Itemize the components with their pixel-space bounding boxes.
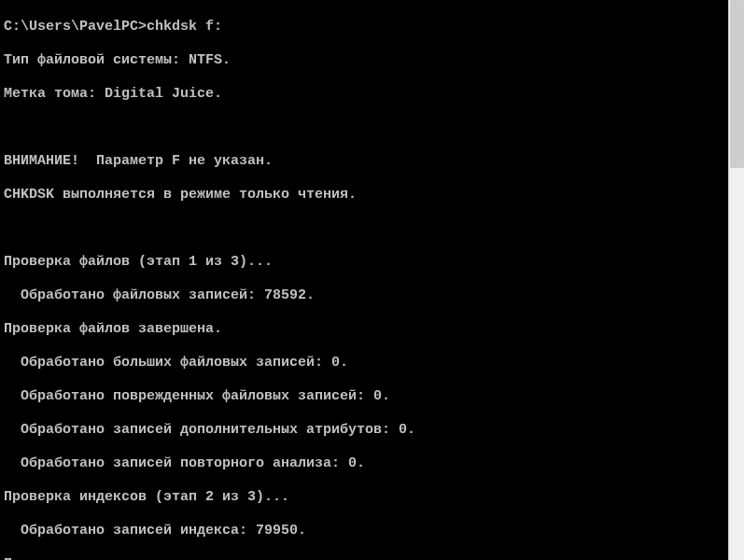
terminal-output[interactable]: C:\Users\PavelPC>chkdsk f: Тип файловой … bbox=[0, 0, 728, 560]
scrollbar-thumb[interactable] bbox=[730, 0, 744, 168]
stage1-done: Проверка файлов завершена. bbox=[4, 321, 724, 338]
stage1: Проверка файлов (этап 1 из 3)... bbox=[4, 254, 724, 271]
blank-line bbox=[4, 220, 724, 237]
volume-label: Метка тома: Digital Juice. bbox=[4, 86, 724, 103]
large-records: Обработано больших файловых записей: 0. bbox=[4, 355, 724, 371]
command-line: C:\Users\PavelPC>chkdsk f: bbox=[4, 19, 724, 35]
readonly-line: CHKDSK выполняется в режиме только чтени… bbox=[4, 187, 724, 203]
filesystem-type: Тип файловой системы: NTFS. bbox=[4, 52, 724, 69]
vertical-scrollbar[interactable] bbox=[728, 0, 744, 560]
stage2-done: Проверка индексов завершена. bbox=[4, 556, 724, 560]
stage2: Проверка индексов (этап 2 из 3)... bbox=[4, 489, 724, 506]
stage1-records: Обработано файловых записей: 78592. bbox=[4, 287, 724, 304]
blank-line bbox=[4, 119, 724, 136]
warning-line: ВНИМАНИЕ! Параметр F не указан. bbox=[4, 153, 724, 170]
index-records: Обработано записей индекса: 79950. bbox=[4, 523, 724, 539]
reparse-records: Обработано записей повторного анализа: 0… bbox=[4, 455, 724, 472]
bad-records: Обработано поврежденных файловых записей… bbox=[4, 388, 724, 405]
ea-records: Обработано записей дополнительных атрибу… bbox=[4, 422, 724, 439]
